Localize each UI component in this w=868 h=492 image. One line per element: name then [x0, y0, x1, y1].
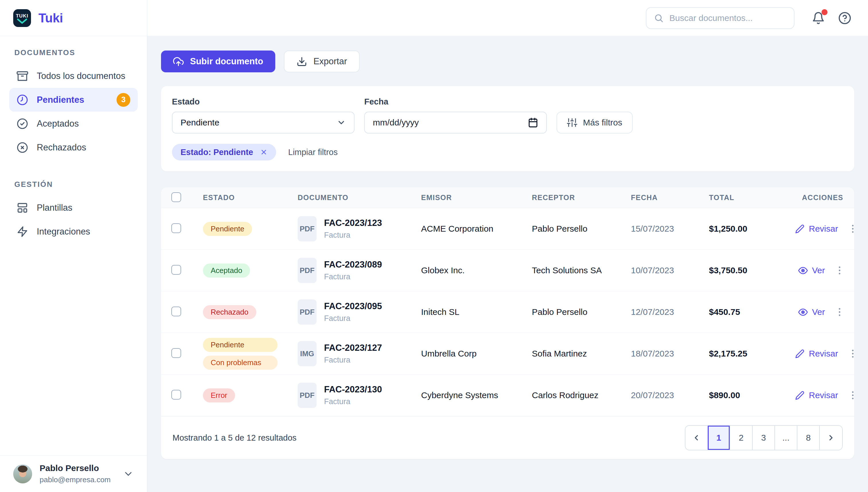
- row-checkbox[interactable]: [171, 348, 181, 358]
- sidebar-item-integraciones[interactable]: Integraciones: [9, 220, 138, 243]
- more-vertical-icon: [834, 306, 845, 318]
- pencil-icon: [795, 224, 804, 233]
- row-menu-button[interactable]: [834, 265, 845, 276]
- user-name: Pablo Persello: [40, 463, 111, 473]
- select-all-checkbox[interactable]: [171, 192, 181, 202]
- document-kind: Factura: [324, 397, 382, 406]
- page-button-8[interactable]: 8: [797, 426, 820, 450]
- fecha-cell: 10/07/2023: [631, 266, 709, 275]
- estado-select[interactable]: Pendiente: [172, 112, 354, 133]
- chevron-right-icon: [827, 434, 835, 442]
- document-kind: Factura: [324, 231, 382, 240]
- calendar-icon[interactable]: [528, 117, 538, 128]
- ver-button[interactable]: Ver: [798, 307, 825, 317]
- row-checkbox[interactable]: [171, 223, 181, 233]
- emisor-cell: Cyberdyne Systems: [421, 390, 532, 400]
- pagination: 1 2 3 ... 8: [685, 425, 843, 450]
- logo-text: TUKI: [16, 14, 28, 18]
- page-button-2[interactable]: 2: [730, 426, 752, 450]
- revisar-button[interactable]: Revisar: [795, 224, 838, 233]
- sidebar-item-rechazados[interactable]: Rechazados: [9, 136, 138, 159]
- document-cell: IMG FAC-2023/127 Factura: [298, 341, 421, 366]
- actions-cell: Revisar: [795, 390, 854, 401]
- table-header-row: ESTADO DOCUMENTO EMISOR RECEPTOR FECHA T…: [161, 188, 854, 208]
- action-label: Ver: [812, 307, 825, 317]
- notification-dot: [821, 9, 827, 15]
- actions-cell: Revisar: [795, 223, 854, 234]
- results-summary: Mostrando 1 a 5 de 12 resultados: [173, 433, 297, 443]
- table-row: Pendiente Con problemas IMG FAC-2023/127…: [161, 333, 854, 375]
- revisar-button[interactable]: Revisar: [795, 390, 838, 400]
- page-button-3[interactable]: 3: [752, 426, 775, 450]
- action-label: Revisar: [809, 349, 838, 359]
- remove-filter-button[interactable]: [260, 148, 268, 156]
- document-kind: Factura: [324, 314, 382, 323]
- status-cell: Error: [203, 388, 298, 402]
- row-menu-button[interactable]: [847, 390, 854, 401]
- actions-cell: Ver: [795, 265, 854, 276]
- status-cell: Rechazado: [203, 305, 298, 319]
- row-checkbox[interactable]: [171, 265, 181, 275]
- template-icon: [17, 202, 28, 214]
- active-filters-row: Estado: Pendiente Limpiar filtros: [172, 144, 843, 161]
- documents-table: ESTADO DOCUMENTO EMISOR RECEPTOR FECHA T…: [161, 188, 854, 459]
- notifications-button[interactable]: [812, 11, 825, 25]
- fecha-input-wrapper: [364, 112, 547, 133]
- status-badge: Rechazado: [203, 305, 256, 319]
- row-menu-button[interactable]: [847, 348, 854, 359]
- sidebar-item-plantillas[interactable]: Plantillas: [9, 196, 138, 220]
- row-checkbox[interactable]: [171, 306, 181, 316]
- action-label: Revisar: [809, 224, 838, 233]
- estado-label: Estado: [172, 97, 354, 106]
- file-type-chip: IMG: [298, 341, 317, 366]
- upload-document-button[interactable]: Subir documento: [161, 51, 275, 72]
- prev-page-button[interactable]: [686, 426, 708, 450]
- topbar: [147, 0, 868, 36]
- sidebar-item-todos-los-documentos[interactable]: Todos los documentos: [9, 64, 138, 88]
- fecha-cell: 15/07/2023: [631, 224, 709, 233]
- next-page-button[interactable]: [820, 426, 842, 450]
- export-button[interactable]: Exportar: [284, 51, 359, 72]
- actions-cell: Ver: [795, 306, 854, 318]
- sidebar-item-pendientes[interactable]: Pendientes 3: [9, 88, 138, 112]
- row-checkbox[interactable]: [171, 390, 181, 399]
- avatar: [13, 464, 32, 484]
- tuki-logo-icon: TUKI: [13, 9, 31, 27]
- help-button[interactable]: [838, 11, 851, 25]
- table-row: Error PDF FAC-2023/130 Factura Cyberdyne…: [161, 375, 854, 416]
- pencil-icon: [795, 391, 804, 400]
- zap-icon: [17, 226, 28, 238]
- search-icon: [654, 13, 664, 23]
- document-id: FAC-2023/095: [324, 301, 382, 312]
- sidebar-item-aceptados[interactable]: Aceptados: [9, 112, 138, 136]
- file-type-chip: PDF: [298, 299, 317, 325]
- fecha-input[interactable]: [373, 118, 528, 127]
- status-cell: Pendiente: [203, 222, 298, 236]
- status-badge: Pendiente: [203, 222, 252, 236]
- ver-button[interactable]: Ver: [798, 266, 825, 275]
- clear-filters-button[interactable]: Limpiar filtros: [288, 148, 338, 157]
- download-icon: [297, 56, 307, 67]
- column-header-total: TOTAL: [709, 194, 795, 202]
- search-input[interactable]: [669, 13, 787, 23]
- section-label-documentos: DOCUMENTOS: [9, 48, 138, 57]
- emisor-cell: Initech SL: [421, 307, 532, 317]
- eye-icon: [798, 308, 808, 317]
- upload-document-label: Subir documento: [190, 56, 263, 67]
- page-button-1[interactable]: 1: [708, 426, 730, 450]
- more-filters-button[interactable]: Más filtros: [556, 112, 633, 133]
- document-cell: PDF FAC-2023/130 Factura: [298, 383, 421, 408]
- sidebar-item-label: Rechazados: [37, 142, 86, 153]
- clock-icon: [17, 94, 28, 106]
- sidebar-nav: DOCUMENTOS Todos los documentos Pendient…: [0, 36, 147, 455]
- row-menu-button[interactable]: [834, 306, 845, 318]
- status-badge: Aceptado: [203, 264, 250, 277]
- user-menu[interactable]: Pablo Persello pablo@empresa.com: [0, 455, 147, 492]
- page-ellipsis: ...: [775, 426, 797, 450]
- column-header-documento: DOCUMENTO: [298, 194, 421, 202]
- section-label-gestion: GESTIÓN: [9, 180, 138, 189]
- revisar-button[interactable]: Revisar: [795, 349, 838, 359]
- row-menu-button[interactable]: [847, 223, 854, 234]
- more-vertical-icon: [834, 265, 845, 276]
- sidebar: TUKI Tuki DOCUMENTOS Todos los documento…: [0, 0, 147, 492]
